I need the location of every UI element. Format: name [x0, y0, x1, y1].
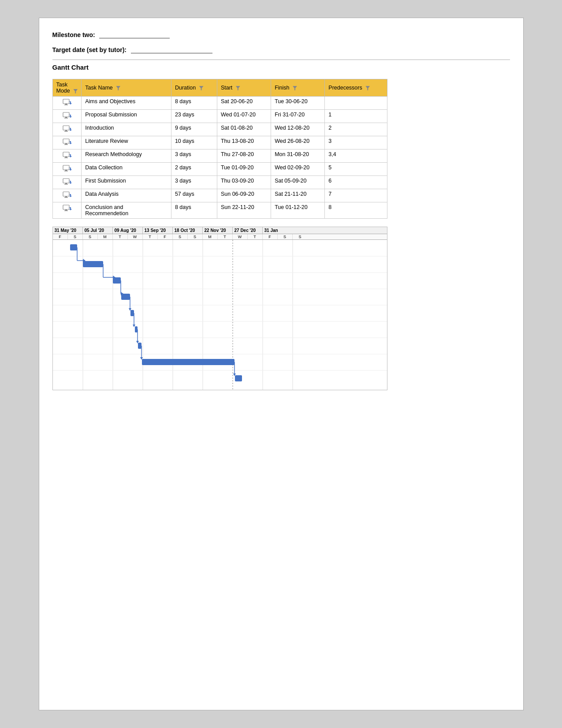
- gantt-table: TaskMode Task Name Duration Start Finish: [52, 79, 387, 219]
- task-mode-icon: [62, 178, 72, 186]
- pred-cell: 2: [325, 123, 387, 136]
- day-M2: M: [203, 234, 218, 239]
- day-S3: S: [173, 234, 188, 239]
- bar-6: [135, 326, 138, 332]
- filter-icon-start[interactable]: [236, 86, 240, 90]
- bar-7: [138, 343, 141, 349]
- svg-rect-13: [65, 157, 67, 157]
- filter-icon-mode[interactable]: [73, 89, 78, 93]
- milestone-row: Milestone two:: [52, 31, 510, 38]
- finish-cell: Mon 31-08-20: [271, 149, 325, 163]
- period-5: 18 Oct '20: [173, 227, 203, 234]
- day-F: F: [53, 234, 68, 239]
- day-S2: S: [83, 234, 98, 239]
- day-W1: W: [128, 234, 143, 239]
- table-row: Conclusion andRecommendetion8 daysSun 22…: [52, 202, 387, 219]
- name-cell: Literature Review: [82, 136, 171, 149]
- duration-cell: 3 days: [171, 149, 217, 163]
- svg-rect-15: [63, 165, 69, 170]
- svg-rect-24: [63, 205, 69, 209]
- svg-rect-19: [65, 183, 67, 184]
- svg-rect-12: [63, 152, 69, 157]
- pred-cell: [325, 97, 387, 110]
- finish-cell: Wed 02-09-20: [271, 163, 325, 176]
- mode-cell: [52, 123, 82, 136]
- day-T4: T: [248, 234, 263, 239]
- gantt-bar-area: [53, 240, 387, 390]
- col-header-duration[interactable]: Duration: [171, 79, 217, 97]
- start-cell: Sun 06-09-20: [217, 189, 271, 202]
- task-mode-icon: [62, 204, 72, 212]
- day-S1: S: [68, 234, 83, 239]
- pred-cell: 7: [325, 189, 387, 202]
- target-label: Target date (set by tutor):: [52, 46, 127, 53]
- period-6: 22 Nov '20: [203, 227, 233, 234]
- day-M1: M: [98, 234, 113, 239]
- table-row: Proposal Submission23 daysWed 01-07-20Fr…: [52, 110, 387, 123]
- target-row: Target date (set by tutor):: [52, 46, 510, 53]
- start-cell: Tue 01-09-20: [217, 163, 271, 176]
- svg-rect-7: [65, 130, 67, 131]
- period-4: 13 Sep '20: [143, 227, 173, 234]
- svg-rect-8: [64, 131, 68, 132]
- svg-rect-23: [64, 197, 68, 198]
- task-mode-icon: [62, 191, 72, 199]
- filter-icon-duration[interactable]: [199, 86, 204, 90]
- day-T1: T: [113, 234, 128, 239]
- period-3: 09 Aug '20: [113, 227, 143, 234]
- duration-cell: 2 days: [171, 163, 217, 176]
- finish-cell: Fri 31-07-20: [271, 110, 325, 123]
- svg-rect-14: [64, 157, 68, 158]
- svg-rect-17: [64, 171, 68, 172]
- start-cell: Sun 22-11-20: [217, 202, 271, 219]
- svg-rect-0: [63, 99, 69, 104]
- pred-cell: 8: [325, 202, 387, 219]
- svg-rect-5: [64, 118, 68, 119]
- table-row: Literature Review10 daysThu 13-08-20Wed …: [52, 136, 387, 149]
- name-cell: Aims and Objectives: [82, 97, 171, 110]
- mode-cell: [52, 136, 82, 149]
- col-header-finish[interactable]: Finish: [271, 79, 325, 97]
- duration-cell: 23 days: [171, 110, 217, 123]
- table-row: First Submission3 daysThu 03-09-20Sat 05…: [52, 176, 387, 189]
- filter-icon-finish[interactable]: [293, 86, 297, 90]
- task-mode-icon: [62, 112, 72, 119]
- svg-rect-21: [63, 192, 69, 196]
- pred-cell: 1: [325, 110, 387, 123]
- table-row: Data Analysis57 daysSun 06-09-20Sat 21-1…: [52, 189, 387, 202]
- col-header-pred[interactable]: Predecessors: [325, 79, 387, 97]
- mode-cell: [52, 149, 82, 163]
- duration-cell: 8 days: [171, 97, 217, 110]
- finish-cell: Wed 12-08-20: [271, 123, 325, 136]
- filter-icon-taskname[interactable]: [116, 86, 120, 90]
- svg-rect-26: [64, 210, 68, 211]
- svg-rect-25: [65, 209, 67, 210]
- pred-cell: 3,4: [325, 149, 387, 163]
- pred-cell: 3: [325, 136, 387, 149]
- filter-icon-pred[interactable]: [365, 86, 370, 90]
- svg-rect-18: [63, 179, 69, 183]
- day-S5: S: [278, 234, 293, 239]
- name-cell: Research Methodology: [82, 149, 171, 163]
- bar-5: [130, 310, 134, 316]
- svg-rect-22: [65, 196, 67, 197]
- period-8: 31 Jan: [263, 227, 289, 234]
- gantt-chart-title: Gantt Chart: [52, 60, 510, 71]
- bar-2: [83, 261, 103, 267]
- mode-cell: [52, 97, 82, 110]
- task-mode-icon: [62, 125, 72, 133]
- milestone-blank: [99, 31, 170, 38]
- finish-cell: Sat 21-11-20: [271, 189, 325, 202]
- name-cell: Data Collection: [82, 163, 171, 176]
- col-header-start[interactable]: Start: [217, 79, 271, 97]
- start-cell: Wed 01-07-20: [217, 110, 271, 123]
- svg-rect-11: [64, 144, 68, 145]
- col-header-mode[interactable]: TaskMode: [52, 79, 82, 97]
- mode-cell: [52, 176, 82, 189]
- table-row: Research Methodology3 daysThu 27-08-20Mo…: [52, 149, 387, 163]
- duration-cell: 10 days: [171, 136, 217, 149]
- bar-3: [113, 277, 121, 284]
- col-header-taskname[interactable]: Task Name: [82, 79, 171, 97]
- bar-8: [142, 359, 234, 365]
- svg-rect-16: [65, 170, 67, 171]
